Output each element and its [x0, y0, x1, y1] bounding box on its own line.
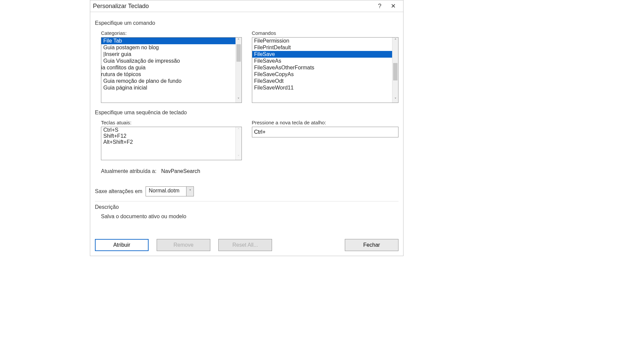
- list-item[interactable]: File Tab: [101, 38, 235, 44]
- commands-listbox[interactable]: FilePermissionFilePrintDefaultFileSaveFi…: [252, 37, 399, 103]
- list-item[interactable]: Guia página inicial: [101, 84, 235, 91]
- scroll-down-icon: ˅: [236, 154, 241, 160]
- list-item[interactable]: |Inserir guia: [101, 51, 235, 58]
- categories-listbox[interactable]: File TabGuia postagem no blog|Inserir gu…: [101, 37, 242, 103]
- current-keys-column: Teclas atuais: Ctrl+SShift+F12Alt+Shift+…: [95, 118, 242, 160]
- currently-assigned-value: NavPaneSearch: [161, 168, 200, 174]
- list-item[interactable]: estrutura de tópicos: [101, 71, 235, 78]
- dialog-title: Personalizar Teclado: [93, 3, 373, 10]
- list-item[interactable]: Guia postagem no blog: [101, 44, 235, 51]
- close-button[interactable]: Fechar: [345, 239, 398, 251]
- commands-scrollbar[interactable]: ˄ ˅: [392, 38, 398, 103]
- button-row: Atribuir Remove Reset All... Fechar: [95, 239, 398, 251]
- new-key-column: Pressione a nova tecla de atalho:: [252, 118, 399, 160]
- list-item[interactable]: FileSave: [252, 51, 392, 58]
- list-item[interactable]: FileSaveWord11: [252, 84, 392, 91]
- save-in-row: Saxe alterações em Normal.dotm ˅: [95, 186, 398, 196]
- list-item[interactable]: FileSaveOdt: [252, 78, 392, 84]
- scroll-down-icon[interactable]: ˅: [392, 97, 398, 103]
- dialog-content: Especifique um comando Categorias: File …: [90, 12, 403, 256]
- list-item[interactable]: FileSaveAs: [252, 58, 392, 64]
- commands-column: Comandos FilePermissionFilePrintDefaultF…: [252, 29, 399, 103]
- description-text: Salva o documento ativo ou modelo: [101, 214, 398, 220]
- new-shortcut-input[interactable]: [252, 127, 399, 137]
- categories-column: Categorias: File TabGuia postagem no blo…: [95, 29, 242, 103]
- list-item[interactable]: Guia conflitos da guia: [101, 64, 235, 71]
- close-icon[interactable]: ✕: [386, 2, 400, 10]
- help-button[interactable]: ?: [373, 3, 386, 10]
- keys-row: Teclas atuais: Ctrl+SShift+F12Alt+Shift+…: [95, 118, 398, 160]
- current-keys-label: Teclas atuais:: [101, 120, 242, 125]
- list-item[interactable]: Ctrl+S: [101, 127, 235, 133]
- list-item[interactable]: Guia Visualização de impressão: [101, 58, 235, 64]
- list-item[interactable]: FileSaveCopyAs: [252, 71, 392, 78]
- scroll-up-icon[interactable]: ˄: [392, 38, 398, 44]
- list-item[interactable]: FileSaveAsOtherFormats: [252, 64, 392, 71]
- titlebar: Personalizar Teclado ? ✕: [90, 0, 403, 12]
- currently-assigned-label: Atualmente atribuída a:: [101, 168, 156, 174]
- separator: [95, 201, 398, 201]
- list-item[interactable]: FilePermission: [252, 38, 392, 44]
- specify-sequence-label: Especifique uma sequência de teclado: [95, 110, 398, 116]
- scroll-up-icon: ˄: [236, 127, 241, 133]
- description-label: Descrição: [95, 204, 398, 210]
- customize-keyboard-dialog: Personalizar Teclado ? ✕ Especifique um …: [90, 0, 404, 256]
- save-in-value: Normal.dotm: [146, 187, 186, 196]
- save-in-combo[interactable]: Normal.dotm ˅: [146, 186, 194, 196]
- specify-command-label: Especifique um comando: [95, 20, 398, 26]
- list-item[interactable]: Alt+Shift+F2: [101, 139, 235, 145]
- current-keys-listbox[interactable]: Ctrl+SShift+F12Alt+Shift+F2 ˄ ˅: [101, 127, 242, 160]
- remove-button: Remove: [157, 239, 210, 251]
- scroll-thumb[interactable]: [236, 44, 241, 62]
- scroll-track: [236, 133, 241, 154]
- categories-scrollbar[interactable]: ˄ ˅: [235, 38, 241, 103]
- assign-button[interactable]: Atribuir: [95, 239, 149, 251]
- currently-assigned-row: Atualmente atribuída a: NavPaneSearch: [101, 168, 398, 174]
- categories-label: Categorias:: [101, 30, 242, 36]
- list-item[interactable]: Guia remoção de plano de fundo: [101, 78, 235, 84]
- command-row: Categorias: File TabGuia postagem no blo…: [95, 29, 398, 103]
- list-item[interactable]: Shift+F12: [101, 133, 235, 139]
- scroll-track[interactable]: [392, 44, 398, 97]
- scroll-track[interactable]: [236, 44, 241, 97]
- chevron-down-icon[interactable]: ˅: [186, 187, 194, 196]
- scroll-down-icon[interactable]: ˅: [236, 97, 241, 103]
- currentkeys-scrollbar: ˄ ˅: [235, 127, 241, 160]
- save-changes-in-label: Saxe alterações em: [95, 188, 142, 194]
- press-new-key-label: Pressione a nova tecla de atalho:: [252, 120, 399, 125]
- list-item[interactable]: FilePrintDefault: [252, 44, 392, 51]
- commands-label: Comandos: [252, 30, 399, 36]
- reset-all-button: Reset All...: [218, 239, 272, 251]
- scroll-thumb[interactable]: [393, 63, 397, 80]
- scroll-up-icon[interactable]: ˄: [236, 38, 241, 44]
